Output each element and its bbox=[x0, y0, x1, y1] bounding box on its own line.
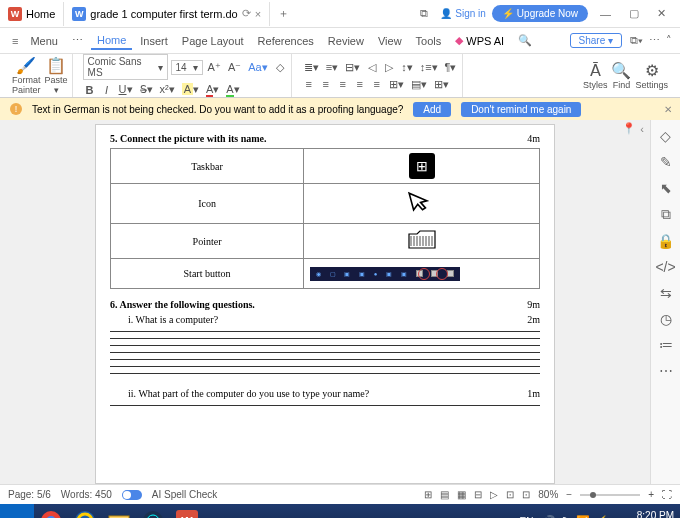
italic-button[interactable]: I bbox=[100, 83, 114, 97]
sb-print-layout-icon[interactable]: ▤ bbox=[440, 489, 449, 500]
zoom-out-button[interactable]: − bbox=[566, 489, 572, 500]
tray-network-icon[interactable]: 📶 bbox=[576, 515, 590, 519]
copy-icon[interactable]: ⧉ bbox=[414, 7, 434, 20]
new-tab-button[interactable]: ＋ bbox=[270, 6, 297, 21]
zoom-in-button[interactable]: + bbox=[648, 489, 654, 500]
menu-more[interactable]: ⋯ bbox=[66, 32, 89, 49]
tray-battery-icon[interactable]: ⚡ bbox=[595, 515, 609, 519]
borders-button[interactable]: ⊞▾ bbox=[432, 77, 451, 92]
decrease-font-button[interactable]: A⁻ bbox=[226, 60, 243, 75]
change-case-button[interactable]: Aa▾ bbox=[246, 60, 269, 75]
menu-references[interactable]: References bbox=[252, 33, 320, 49]
zoom-slider[interactable] bbox=[580, 494, 640, 496]
minimize-button[interactable]: — bbox=[594, 8, 617, 20]
close-tab-icon[interactable]: × bbox=[255, 8, 261, 20]
sb-outline-icon[interactable]: ⊟ bbox=[474, 489, 482, 500]
underline-button[interactable]: U▾ bbox=[117, 82, 135, 97]
align-right-button[interactable]: ≡ bbox=[336, 77, 350, 91]
adjust-icon[interactable]: ⇆ bbox=[660, 285, 672, 301]
start-button[interactable]: ⊞ bbox=[0, 504, 34, 518]
spellcheck-toggle[interactable] bbox=[122, 490, 142, 500]
tray-shield-icon[interactable]: ▶ bbox=[614, 515, 622, 519]
search-icon[interactable]: 🔍 bbox=[512, 32, 538, 49]
taskbar-chrome[interactable] bbox=[34, 507, 68, 518]
page-indicator[interactable]: Page: 5/6 bbox=[8, 489, 51, 500]
sb-fit-icon[interactable]: ⊡ bbox=[522, 489, 530, 500]
signin-button[interactable]: 👤 Sign in bbox=[440, 8, 486, 19]
multilevel-button[interactable]: ⊟▾ bbox=[343, 60, 362, 75]
menu-view[interactable]: View bbox=[372, 33, 408, 49]
taskbar-explorer[interactable] bbox=[102, 507, 136, 518]
clipboard-side-icon[interactable]: ⧉ bbox=[661, 206, 671, 223]
menu-home[interactable]: Home bbox=[91, 32, 132, 50]
clear-format-button[interactable]: ◇ bbox=[273, 60, 287, 75]
sb-read-icon[interactable]: ⊡ bbox=[506, 489, 514, 500]
clock-icon[interactable]: ◷ bbox=[660, 311, 672, 327]
align-justify-button[interactable]: ≡ bbox=[353, 77, 367, 91]
tray-speaker-icon[interactable]: 🔊 bbox=[542, 515, 556, 519]
upgrade-button[interactable]: ⚡ Upgrade Now bbox=[492, 5, 588, 22]
settings-button[interactable]: ⚙Settings bbox=[635, 61, 668, 90]
align-center-button[interactable]: ≡ bbox=[319, 77, 333, 91]
fill-color-button[interactable]: A▾ bbox=[224, 82, 241, 97]
text-direction-button[interactable]: ↕▾ bbox=[399, 60, 415, 75]
numbering-button[interactable]: ≡▾ bbox=[324, 60, 340, 75]
document-viewport[interactable]: 📍 ‹ 5. Connect the picture with its name… bbox=[0, 120, 650, 484]
menu-menu[interactable]: Menu bbox=[24, 33, 64, 49]
taskbar-wps[interactable]: W bbox=[170, 507, 204, 518]
sb-grid-icon[interactable]: ⊞ bbox=[424, 489, 432, 500]
highlight-button[interactable]: A▾ bbox=[180, 82, 201, 97]
strike-button[interactable]: S̶▾ bbox=[138, 82, 155, 97]
font-color-button[interactable]: A▾ bbox=[204, 82, 221, 97]
share-button[interactable]: Share ▾ bbox=[570, 33, 622, 48]
proof-add-button[interactable]: Add bbox=[413, 102, 451, 117]
proof-close-button[interactable]: ✕ bbox=[664, 104, 672, 115]
more-side-icon[interactable]: ⋯ bbox=[659, 363, 673, 379]
format-painter-button[interactable]: 🖌️Format Painter bbox=[12, 56, 41, 95]
document-tab[interactable]: W grade 1 computer first term.do ⟳ × bbox=[64, 2, 270, 26]
tray-flag-icon[interactable]: ⚑ bbox=[561, 515, 571, 519]
increase-indent-button[interactable]: ▷ bbox=[382, 60, 396, 75]
tabs-button[interactable]: ⊞▾ bbox=[387, 77, 406, 92]
more-icon[interactable]: ⋯ bbox=[649, 34, 660, 47]
decrease-indent-button[interactable]: ◁ bbox=[365, 60, 379, 75]
list-icon[interactable]: ≔ bbox=[659, 337, 673, 353]
zoom-level[interactable]: 80% bbox=[538, 489, 558, 500]
close-window-button[interactable]: ✕ bbox=[651, 7, 672, 20]
subscript-button[interactable]: x²▾ bbox=[158, 82, 177, 97]
home-tab[interactable]: W Home bbox=[0, 2, 64, 26]
fullscreen-button[interactable]: ⛶ bbox=[662, 489, 672, 500]
menu-tools[interactable]: Tools bbox=[410, 33, 448, 49]
select-icon[interactable]: ⬉ bbox=[660, 180, 672, 196]
menu-review[interactable]: Review bbox=[322, 33, 370, 49]
menu-pagelayout[interactable]: Page Layout bbox=[176, 33, 250, 49]
distribute-button[interactable]: ≡ bbox=[370, 77, 384, 91]
taskbar-ie[interactable] bbox=[68, 507, 102, 518]
align-left-button[interactable]: ≡ bbox=[302, 77, 316, 91]
proof-dont-button[interactable]: Don't remind me again bbox=[461, 102, 581, 117]
window-icon[interactable]: ⧉▾ bbox=[630, 34, 643, 47]
sb-play-icon[interactable]: ▷ bbox=[490, 489, 498, 500]
font-size-select[interactable]: 14▾ bbox=[171, 60, 203, 75]
menu-insert[interactable]: Insert bbox=[134, 33, 174, 49]
find-button[interactable]: 🔍Find bbox=[611, 61, 631, 90]
tray-clock[interactable]: 8:20 PM 1/12/2025 bbox=[630, 510, 675, 518]
bullets-button[interactable]: ≣▾ bbox=[302, 60, 321, 75]
wps-ai-button[interactable]: ◆ WPS AI bbox=[449, 32, 510, 49]
location-pin-icon[interactable]: 📍 bbox=[622, 122, 636, 135]
diamond-icon[interactable]: ◇ bbox=[660, 128, 671, 144]
taskbar-media[interactable] bbox=[136, 507, 170, 518]
collapse-ribbon-button[interactable]: ˄ bbox=[666, 34, 672, 47]
font-family-select[interactable]: Comic Sans MS▾ bbox=[83, 54, 168, 80]
increase-font-button[interactable]: A⁺ bbox=[206, 60, 223, 75]
paste-button[interactable]: 📋Paste▾ bbox=[45, 56, 68, 95]
chevron-left-icon[interactable]: ‹ bbox=[640, 123, 644, 135]
line-spacing-button[interactable]: ↕≡▾ bbox=[418, 60, 440, 75]
word-count[interactable]: Words: 450 bbox=[61, 489, 112, 500]
shading-button[interactable]: ▤▾ bbox=[409, 77, 429, 92]
styles-button[interactable]: ᾹStyles bbox=[583, 61, 608, 90]
code-icon[interactable]: </> bbox=[655, 259, 675, 275]
sb-web-layout-icon[interactable]: ▦ bbox=[457, 489, 466, 500]
bold-button[interactable]: B bbox=[83, 83, 97, 97]
pilcrow-button[interactable]: ¶▾ bbox=[443, 60, 459, 75]
